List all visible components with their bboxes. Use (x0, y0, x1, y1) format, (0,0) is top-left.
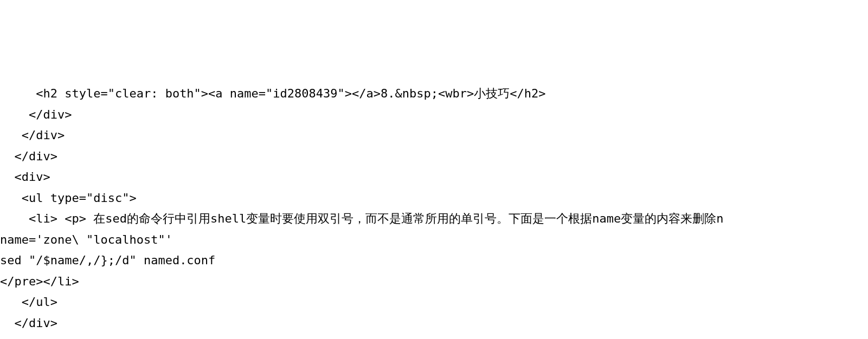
code-line: <h2 style="clear: both"><a name="id28084… (0, 87, 545, 100)
code-line: </div> (0, 316, 57, 330)
code-line: </div> (0, 128, 65, 142)
code-line: </pre></li> (0, 275, 79, 288)
code-line: </div> (0, 149, 57, 163)
code-snippet: <h2 style="clear: both"><a name="id28084… (0, 63, 868, 340)
code-line: name='zone\ "localhost"' (0, 233, 172, 246)
code-line: </div> (0, 337, 50, 339)
code-line: </ul> (0, 295, 57, 309)
code-line: <ul type="disc"> (0, 191, 137, 205)
code-line: </div> (0, 108, 72, 121)
code-line: sed "/$name/,/};/d" named.conf (0, 253, 215, 267)
code-line: <div> (0, 170, 50, 184)
code-line: <li> <p> 在sed的命令行中引用shell变量时要使用双引号，而不是通常… (0, 212, 723, 225)
